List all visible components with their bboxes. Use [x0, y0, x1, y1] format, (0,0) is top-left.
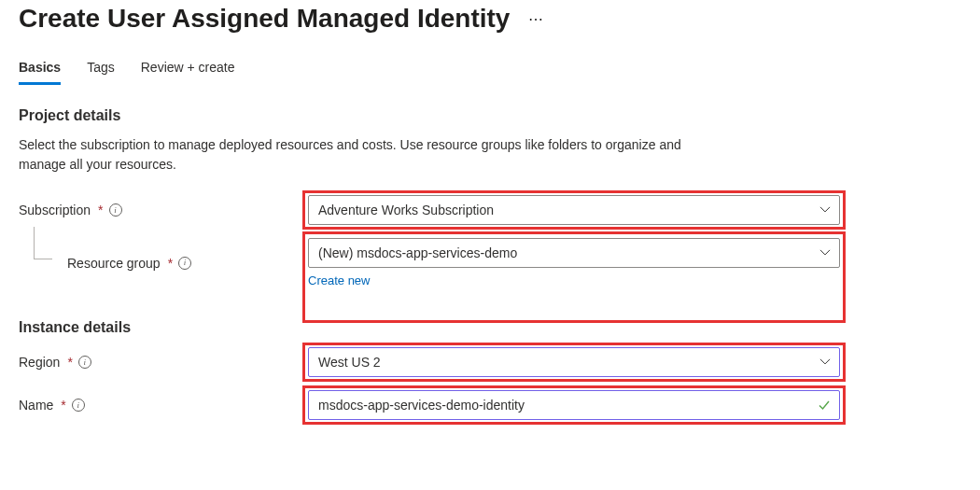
- checkmark-icon: [818, 399, 831, 412]
- subscription-label: Subscription: [19, 203, 91, 217]
- tab-review-create[interactable]: Review + create: [141, 60, 235, 85]
- tab-bar: Basics Tags Review + create: [19, 60, 961, 85]
- project-details-description: Select the subscription to manage deploy…: [19, 135, 691, 175]
- chevron-down-icon: [819, 203, 831, 215]
- info-icon[interactable]: [72, 399, 85, 412]
- info-icon[interactable]: [78, 356, 91, 369]
- info-icon[interactable]: [178, 257, 191, 270]
- page-title: Create User Assigned Managed Identity: [19, 4, 510, 34]
- chevron-down-icon: [819, 356, 831, 367]
- name-value: msdocs-app-services-demo-identity: [318, 398, 525, 413]
- subscription-value: Adventure Works Subscription: [318, 203, 494, 217]
- region-value: West US 2: [318, 355, 381, 370]
- subscription-select[interactable]: Adventure Works Subscription: [308, 195, 840, 225]
- tab-basics[interactable]: Basics: [19, 60, 61, 85]
- required-icon: *: [67, 355, 72, 370]
- create-new-link[interactable]: Create new: [308, 273, 370, 287]
- required-icon: *: [168, 256, 173, 271]
- instance-details-heading: Instance details: [19, 319, 961, 336]
- tree-indent-icon: [19, 247, 62, 279]
- required-icon: *: [98, 203, 103, 217]
- resource-group-label: Resource group: [67, 256, 161, 271]
- resource-group-value: (New) msdocs-app-services-demo: [318, 245, 517, 260]
- tab-tags[interactable]: Tags: [87, 60, 115, 85]
- name-input[interactable]: msdocs-app-services-demo-identity: [308, 390, 840, 420]
- info-icon[interactable]: [109, 203, 122, 217]
- project-details-heading: Project details: [19, 107, 961, 124]
- name-label: Name: [19, 398, 53, 413]
- chevron-down-icon: [819, 246, 831, 258]
- ellipsis-icon[interactable]: ⋯: [528, 10, 545, 28]
- resource-group-select[interactable]: (New) msdocs-app-services-demo: [308, 238, 840, 268]
- region-label: Region: [19, 355, 60, 370]
- region-select[interactable]: West US 2: [308, 347, 840, 377]
- required-icon: *: [61, 398, 65, 413]
